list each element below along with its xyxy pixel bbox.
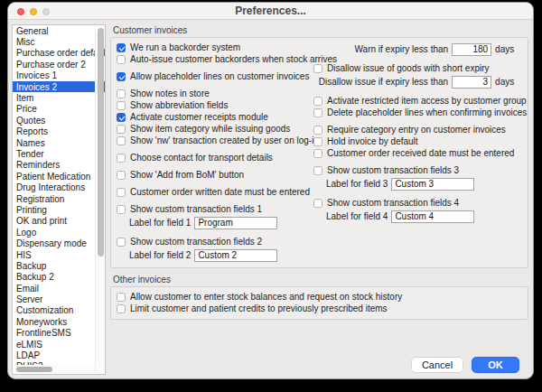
sidebar-item-ok-and-print[interactable]: OK and print [13,216,105,227]
checkbox-label: Require category entry on customer invoi… [327,125,506,135]
titlebar: Preferences... [8,3,533,20]
checkbox-show-custom-transaction-fields-2[interactable] [117,238,126,247]
checkbox-allow-placeholder-lines-on-customer-invoices[interactable] [117,72,126,81]
sidebar-item-invoices-1[interactable]: Invoices 1 [13,70,105,81]
checkbox-show-item-category-while-issuing-goods[interactable] [117,125,126,134]
checkbox-row: Show custom transaction fields 3 [313,164,527,176]
sidebar-item-invoices-2[interactable]: Invoices 2 [13,81,105,92]
sidebar-item-printing[interactable]: Printing [13,204,105,215]
checkbox-require-category-entry-on-customer-invoices[interactable] [313,126,322,135]
checkbox-show-custom-transaction-fields-3[interactable] [313,166,322,175]
checkbox-label: Delete placeholder lines when confirming… [327,107,527,117]
sidebar-item-purchase-order-2[interactable]: Purchase order 2 [13,59,105,70]
checkbox-limit-customer-and-patient-credits-to-previously-prescribed-items[interactable] [117,304,126,313]
close-button[interactable] [17,8,24,15]
sidebar-item-reports[interactable]: Reports [13,126,105,137]
sidebar-item-price[interactable]: Price [13,104,105,115]
field-suffix: days [495,44,514,54]
sidebar-item-moneyworks[interactable]: Moneyworks [13,316,105,327]
checkbox-hold-invoice-by-default[interactable] [313,137,322,146]
sidebar-item-quotes[interactable]: Quotes [13,115,105,126]
sidebar-item-misc[interactable]: Misc [13,36,105,47]
customer-invoices-right-column: Warn if expiry less thandaysDisallow iss… [313,42,527,263]
checkbox-row: Show notes in store [117,88,313,99]
input-warn-if-expiry-less-than[interactable] [452,43,491,56]
checkbox-disallow-issue-of-goods-with-short-expiry[interactable] [313,64,322,73]
sidebar-item-frontlinesms[interactable]: FrontlineSMS [13,328,105,339]
minimize-button[interactable] [30,8,37,15]
checkbox-customer-order-written-date-must-be-entered[interactable] [117,188,126,197]
numeric-field-row: Warn if expiry less thandays [313,42,527,57]
checkbox-show-add-from-bom-button[interactable] [117,171,126,180]
checkbox-label: Allow customer to enter stock balances a… [130,292,402,302]
sidebar-item-purchase-order-defaults[interactable]: Purchase order defaults [13,48,105,59]
input-label-for-field-1[interactable] [194,217,277,229]
sidebar-item-reminders[interactable]: Reminders [13,160,105,171]
checkbox-label: Show custom transaction fields 2 [130,237,262,247]
input-disallow-issue-if-expiry-less-than[interactable] [452,76,491,89]
checkbox-label: Choose contact for transport details [130,153,273,163]
field-label: Label for field 4 [326,211,388,221]
sidebar-item-backup[interactable]: Backup [13,260,105,271]
sidebar-item-customization[interactable]: Customization [13,305,105,316]
field-label: Disallow issue if expiry less than [319,77,448,87]
sidebar-item-dispensary-mode[interactable]: Dispensary mode [13,238,105,248]
checkbox-choose-contact-for-transport-details[interactable] [117,154,126,163]
option-group: Show custom transaction fields 2Label fo… [117,236,313,263]
sidebar-item-registration[interactable]: Registration [13,193,105,204]
checkbox-show-abbreviation-fields[interactable] [117,101,126,110]
sidebar-item-his[interactable]: HIS [13,249,105,260]
dialog-buttons: Cancel OK [411,357,519,373]
checkbox-auto-issue-customer-backorders-when-stock-arrives[interactable] [117,55,126,64]
sidebar-item-drug-interactions[interactable]: Drug Interactions [13,182,105,192]
checkbox-label: Auto-issue customer backorders when stoc… [130,54,337,64]
sidebar-item-ldap[interactable]: LDAP [13,350,105,360]
window-controls [17,8,50,15]
horizontal-scrollbar[interactable] [14,365,95,373]
sidebar-item-logo[interactable]: Logo [13,227,105,238]
checkbox-row: Require category entry on customer invoi… [313,124,527,135]
checkbox-row: We run a backorder system [117,42,313,53]
vertical-scrollbar[interactable] [95,26,104,373]
checkbox-row: Hold invoice by default [313,135,527,147]
checkbox-activate-customer-receipts-module[interactable] [117,113,126,122]
option-group: Warn if expiry less thandays [313,42,527,57]
checkbox-delete-placeholder-lines-when-confirming-invoices[interactable] [313,108,322,117]
checkbox-show-notes-in-store[interactable] [117,89,126,98]
ok-button[interactable]: OK [472,357,519,373]
window-title: Preferences... [8,3,533,20]
sidebar-item-elmis[interactable]: eLMIS [13,339,105,350]
checkbox-label: Show abbreviation fields [130,100,228,110]
sidebar-item-general[interactable]: General [13,25,105,36]
vertical-scrollbar-thumb[interactable] [98,28,104,257]
checkbox-row: Auto-issue customer backorders when stoc… [117,53,313,65]
numeric-field-row: Disallow issue if expiry less thandays [313,74,527,89]
option-group: Allow customer to enter stock balances a… [117,291,522,314]
checkbox-show-nw-transaction-created-by-user-on-log-in[interactable] [117,136,126,145]
sidebar-item-email[interactable]: Email [13,283,105,294]
checkbox-show-custom-transaction-fields-1[interactable] [117,205,126,214]
checkbox-we-run-a-backorder-system[interactable] [117,43,126,52]
field-suffix: days [495,77,514,87]
sidebar-item-server[interactable]: Server [13,294,105,304]
option-group: Allow placeholder lines on customer invo… [117,70,313,82]
sidebar-item-tender[interactable]: Tender [13,148,105,159]
checkbox-label: Show 'Add from BoM' button [130,170,244,180]
checkbox-customer-order-received-date-must-be-entered[interactable] [313,149,322,158]
field-label: Label for field 3 [326,179,388,189]
input-label-for-field-2[interactable] [194,249,277,262]
sidebar-item-names[interactable]: Names [13,137,105,148]
option-group: Customer order written date must be ente… [117,186,313,198]
checkbox-show-custom-transaction-fields-4[interactable] [313,199,322,208]
checkbox-row: Show custom transaction fields 4 [313,197,527,209]
cancel-button[interactable]: Cancel [411,357,463,373]
checkbox-allow-customer-to-enter-stock-balances-and-request-on-stock-history[interactable] [117,293,126,302]
sidebar-item-item[interactable]: Item [13,92,105,103]
checkbox-row: Show 'Add from BoM' button [117,169,313,181]
sidebar-item-patient-medication[interactable]: Patient Medication [13,171,105,182]
sidebar-item-backup-2[interactable]: Backup 2 [13,272,105,283]
checkbox-activate-restricted-item-access-by-customer-group[interactable] [313,97,322,106]
input-label-for-field-3[interactable] [391,178,474,191]
input-label-for-field-4[interactable] [391,210,474,223]
horizontal-scrollbar-thumb[interactable] [16,367,52,372]
